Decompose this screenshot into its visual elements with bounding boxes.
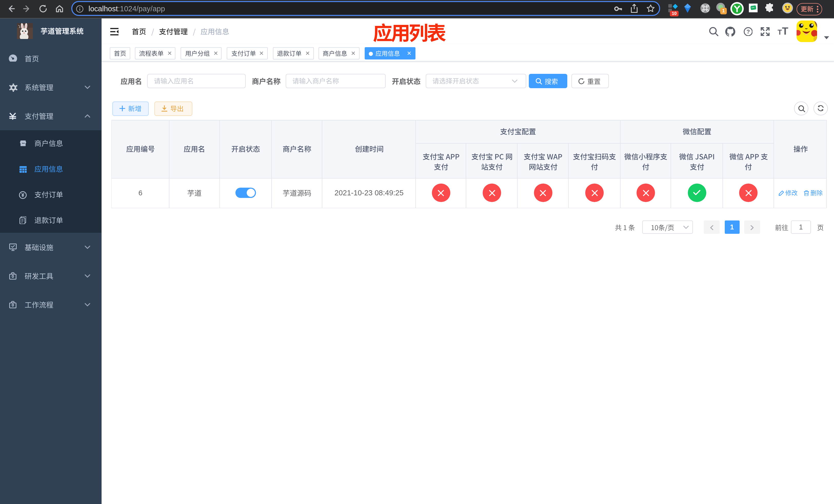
svg-text:?: ? [746,28,750,35]
